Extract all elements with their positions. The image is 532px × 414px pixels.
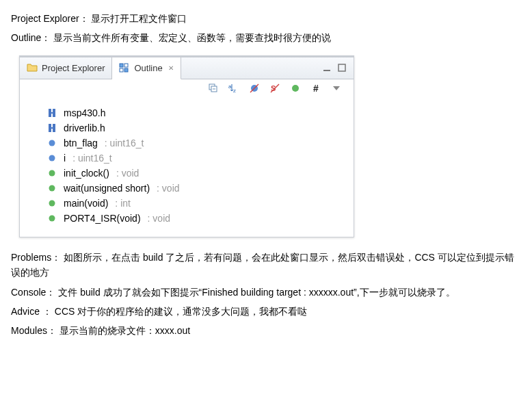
view-menu-icon[interactable]: [330, 82, 343, 94]
tab-outline[interactable]: Outline ✕: [112, 57, 181, 79]
svg-rect-0: [120, 64, 123, 67]
desc-label: Problems：: [11, 252, 61, 263]
desc-label: Modules：: [11, 325, 57, 336]
outline-item-name: msp430.h: [64, 107, 105, 118]
desc-label: Advice ：: [11, 306, 52, 317]
view-panel: Project Explorer Outline ✕: [19, 55, 354, 237]
filter-static-icon[interactable]: S: [269, 82, 281, 94]
include-icon: [47, 123, 57, 133]
desc-text: CCS 对于你的程序给的建议，通常没多大问题，我都不看哒: [55, 306, 307, 317]
outline-item-name: init_clock(): [64, 168, 109, 179]
close-icon[interactable]: ✕: [168, 64, 174, 72]
tab-label: Outline: [134, 63, 162, 73]
svg-rect-18: [49, 112, 55, 114]
outline-item-name: driverlib.h: [64, 122, 105, 133]
collapse-all-icon[interactable]: [207, 82, 220, 94]
outline-item-name: PORT4_ISR(void): [64, 213, 141, 224]
desc-project-explorer: Project Explorer： 显示打开工程文件窗口: [11, 11, 521, 26]
desc-text: 显示打开工程文件窗口: [91, 13, 187, 24]
outline-list: msp430.hdriverlib.hbtn_flag : uint16_ti …: [20, 99, 354, 237]
outline-item[interactable]: main(void) : int: [47, 196, 348, 211]
svg-point-27: [49, 215, 55, 221]
svg-rect-21: [49, 127, 55, 129]
svg-text:a: a: [228, 83, 232, 90]
svg-point-23: [49, 155, 55, 161]
svg-text:z: z: [233, 88, 236, 94]
desc-problems: Problems： 如图所示，在点击 build 了之后，若有问题，会在此处窗口…: [11, 250, 521, 281]
svg-point-15: [292, 85, 299, 92]
outline-item[interactable]: driverlib.h: [47, 120, 348, 135]
sort-az-icon[interactable]: az: [228, 82, 240, 94]
outline-item-name: i: [64, 153, 66, 164]
outline-item[interactable]: btn_flag : uint16_t: [47, 135, 348, 151]
desc-text: 显示当前文件所有变量、宏定义、函数等，需要查找时很方便的说: [53, 32, 331, 43]
method-icon: [47, 183, 57, 193]
desc-label: Project Explorer：: [11, 13, 89, 24]
method-icon: [47, 198, 57, 208]
outline-item[interactable]: i : uint16_t: [47, 151, 348, 166]
svg-rect-4: [323, 70, 330, 71]
filter-fields-icon[interactable]: [248, 82, 261, 94]
view-controls: [315, 57, 354, 79]
svg-point-26: [49, 200, 55, 206]
outline-item-name: btn_flag: [64, 138, 98, 148]
desc-text: 如图所示，在点击 build 了之后，若有问题，会在此处窗口显示，然后双击错误处…: [11, 252, 514, 278]
outline-item[interactable]: init_clock() : void: [47, 166, 348, 181]
svg-rect-3: [124, 68, 128, 72]
outline-item[interactable]: PORT4_ISR(void) : void: [47, 211, 348, 226]
svg-point-24: [49, 170, 55, 176]
svg-rect-2: [120, 68, 123, 72]
svg-rect-5: [338, 64, 345, 71]
outline-item[interactable]: msp430.h: [47, 105, 348, 120]
outline-item-type: : uint16_t: [105, 138, 144, 148]
outline-item-type: : void: [148, 213, 170, 224]
desc-console: Console： 文件 build 成功了就会如下图提示“Finished bu…: [11, 285, 521, 300]
desc-label: Outline：: [11, 32, 51, 43]
outline-item[interactable]: wait(unsigned short) : void: [47, 181, 348, 196]
svg-point-25: [49, 185, 55, 191]
field-icon: [47, 138, 57, 148]
include-icon: [47, 108, 57, 118]
tab-project-explorer[interactable]: Project Explorer: [20, 57, 112, 79]
outline-toolbar: az S #: [20, 79, 354, 99]
tab-label: Project Explorer: [42, 63, 105, 73]
outline-item-type: : void: [116, 168, 139, 179]
filter-methods-icon[interactable]: [289, 82, 302, 94]
desc-modules: Modules： 显示当前的烧录文件：xxxx.out: [11, 323, 521, 338]
outline-item-type: : uint16_t: [72, 153, 112, 164]
field-icon: [47, 153, 57, 163]
desc-text: 显示当前的烧录文件：xxxx.out: [59, 325, 190, 336]
maximize-icon[interactable]: [337, 63, 347, 73]
outline-icon: [119, 62, 130, 73]
outline-item-name: wait(unsigned short): [64, 183, 150, 194]
method-icon: [47, 168, 57, 178]
svg-rect-1: [124, 64, 128, 67]
desc-text: 文件 build 成功了就会如下图提示“Finished building ta…: [58, 287, 455, 298]
minimize-icon[interactable]: [322, 63, 332, 73]
method-icon: [47, 214, 57, 223]
outline-item-name: main(void): [64, 198, 108, 209]
svg-point-22: [49, 140, 55, 146]
outline-item-type: : int: [115, 198, 131, 209]
outline-item-type: : void: [157, 183, 179, 194]
tab-bar: Project Explorer Outline ✕: [20, 57, 354, 79]
folder-icon: [27, 62, 38, 73]
desc-outline: Outline： 显示当前文件所有变量、宏定义、函数等，需要查找时很方便的说: [11, 30, 521, 45]
desc-label: Console：: [11, 287, 55, 298]
filter-macros-icon[interactable]: #: [310, 82, 322, 94]
desc-advice: Advice ： CCS 对于你的程序给的建议，通常没多大问题，我都不看哒: [11, 304, 521, 319]
